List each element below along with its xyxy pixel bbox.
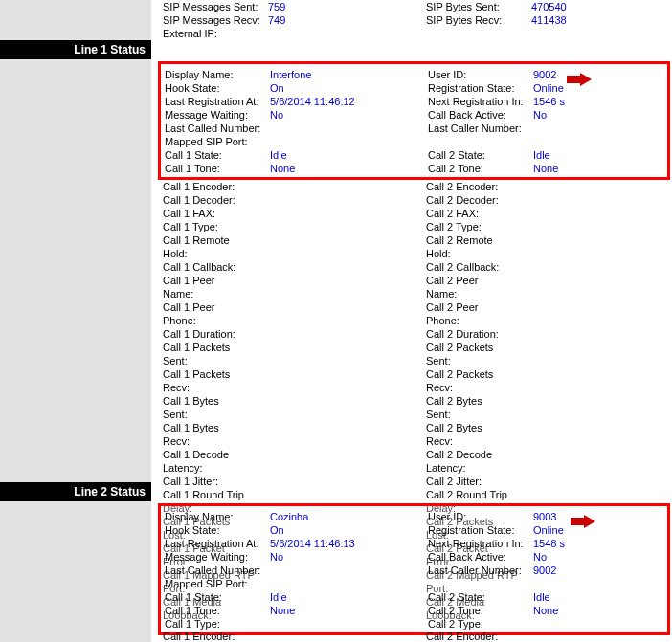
call-stat-value <box>268 193 426 207</box>
call-stat-label: Call 2 Peer <box>426 274 531 287</box>
l1-lastcalled-value <box>270 122 428 135</box>
l1-c2state-value: Idle <box>533 148 672 162</box>
call-stat-value <box>268 421 426 434</box>
call-stat-label: Call 2 Packets <box>426 341 531 354</box>
call-stat-value <box>268 274 426 287</box>
l2-regstate-value: Online <box>533 523 672 537</box>
main-column: SIP Messages Sent: 759 SIP Bytes Sent: 4… <box>151 0 672 642</box>
call-stat-label: Latency: <box>426 461 531 475</box>
l2-c1tone-label: Call 1 Tone: <box>165 604 270 617</box>
l1-userid-value: 9002 <box>533 68 672 81</box>
l2-mapped-label: Mapped SIP Port: <box>165 577 270 590</box>
l2-userid-value: 9003 <box>533 510 672 523</box>
l2-c2tone-value: None <box>533 604 672 617</box>
l2-mapped-value <box>270 577 428 590</box>
l1-callback-value: No <box>533 108 672 122</box>
call-stat-value <box>268 260 426 274</box>
l2-c2type-value <box>533 617 672 631</box>
l1-c2tone-label: Call 2 Tone: <box>428 162 533 175</box>
l1-userid-label: User ID: <box>428 68 533 81</box>
call-stat-label: Recv: <box>163 434 268 448</box>
l1-regstate-value: Online <box>533 81 672 95</box>
call-stat-label: Call 2 Callback: <box>426 260 531 274</box>
call-stat-label: Call 2 Jitter: <box>426 475 531 488</box>
l2-c1tone-value: None <box>270 604 428 617</box>
l1-c1state-value: Idle <box>270 148 428 162</box>
l1-lastreg-label: Last Registration At: <box>165 95 270 108</box>
call-stat-value <box>531 448 672 461</box>
call-stat-label: Recv: <box>163 381 268 394</box>
l1-lastcalled-label: Last Called Number: <box>165 122 270 135</box>
l2-c1type-label: Call 1 Type: <box>165 617 270 631</box>
call-stat-label: Hold: <box>426 247 531 260</box>
left-column: Line 1 Status Line 2 Status <box>0 0 151 642</box>
l1-display-value: Interfone <box>270 68 428 81</box>
l2-regstate-label: Registration State: <box>428 523 533 537</box>
l2-nextreg-value: 1548 s <box>533 537 672 550</box>
call-stat-label: Call 2 FAX: <box>426 207 531 220</box>
call-stat-label: Call 1 Type: <box>163 220 268 233</box>
call-stat-value <box>268 300 426 314</box>
call-stat-value <box>268 233 426 247</box>
call-stat-label: Call 1 Decode <box>163 448 268 461</box>
l2-lastreg-label: Last Registration At: <box>165 537 270 550</box>
line1-highlight-box: Display Name: Interfone User ID: 9002 Ho… <box>158 61 670 180</box>
sip-stats-block: SIP Messages Sent: 759 SIP Bytes Sent: 4… <box>163 0 672 40</box>
l2-c1type-value <box>270 617 428 631</box>
sip-bytes-recv-label: SIP Bytes Recv: <box>426 13 531 27</box>
l2-c2type-label: Call 2 Type: <box>428 617 533 631</box>
call-stat-label: Call 2 Remote <box>426 233 531 247</box>
l2-lastcaller-label: Last Caller Number: <box>428 564 533 577</box>
call-stat-value <box>531 193 672 207</box>
l1-mapped-label: Mapped SIP Port: <box>165 135 270 148</box>
call-stat-value <box>268 394 426 408</box>
call-stat-label: Name: <box>426 287 531 300</box>
line1-status-header: Line 1 Status <box>0 40 151 59</box>
call-stat-value <box>268 341 426 354</box>
call-stat-value <box>268 448 426 461</box>
l1-lastreg-value: 5/6/2014 11:46:12 <box>270 95 428 108</box>
call-stat-label: Sent: <box>163 354 268 367</box>
call-stat-label: Call 1 Bytes <box>163 394 268 408</box>
call-stat-value <box>531 260 672 274</box>
call-stat-label: Call 1 Encoder: <box>163 630 268 642</box>
l1-lastcaller-value <box>533 122 672 135</box>
call-stat-value <box>531 475 672 488</box>
call-stat-label: Call 1 Callback: <box>163 260 268 274</box>
call-stat-value <box>531 327 672 341</box>
sip-msg-sent-label: SIP Messages Sent: <box>163 0 268 13</box>
call-stat-value <box>531 233 672 247</box>
sip-msg-recv-value: 749 <box>268 13 426 27</box>
call-stat-label: Call 1 Encoder: <box>163 180 268 193</box>
call-stat-value <box>268 630 426 642</box>
l1-nextreg-label: Next Registration In: <box>428 95 533 108</box>
call-stat-label: Call 1 Duration: <box>163 327 268 341</box>
l1-display-label: Display Name: <box>165 68 270 81</box>
call-stat-value <box>268 220 426 233</box>
l1-msgwait-value: No <box>270 108 428 122</box>
l1-regstate-label: Registration State: <box>428 81 533 95</box>
l2-c1state-label: Call 1 State: <box>165 590 270 604</box>
l2-lastcalled-value <box>270 564 428 577</box>
call-stat-value <box>531 207 672 220</box>
l1-hook-label: Hook State: <box>165 81 270 95</box>
l1-c1tone-value: None <box>270 162 428 175</box>
call-stat-label: Call 1 Packets <box>163 367 268 381</box>
l2-display-label: Display Name: <box>165 510 270 523</box>
l2-msgwait-label: Message Waiting: <box>165 550 270 564</box>
sip-bytes-sent-label: SIP Bytes Sent: <box>426 0 531 13</box>
l2-c1state-value: Idle <box>270 590 428 604</box>
call-stat-label: Call 2 Packets <box>426 367 531 381</box>
call-stat-label: Call 2 Decode <box>426 448 531 461</box>
external-ip-value <box>268 27 426 40</box>
l2-c2state-label: Call 2 State: <box>428 590 533 604</box>
l2-hook-value: On <box>270 523 428 537</box>
call-stat-value <box>531 220 672 233</box>
l1-lastcaller-label: Last Caller Number: <box>428 122 533 135</box>
line2-status-header: Line 2 Status <box>0 482 151 501</box>
call-stat-label: Sent: <box>426 354 531 367</box>
call-stat-value <box>531 488 672 501</box>
l1-mapped-value <box>270 135 428 148</box>
l1-callback-label: Call Back Active: <box>428 108 533 122</box>
call-stat-label: Call 2 Decoder: <box>426 193 531 207</box>
